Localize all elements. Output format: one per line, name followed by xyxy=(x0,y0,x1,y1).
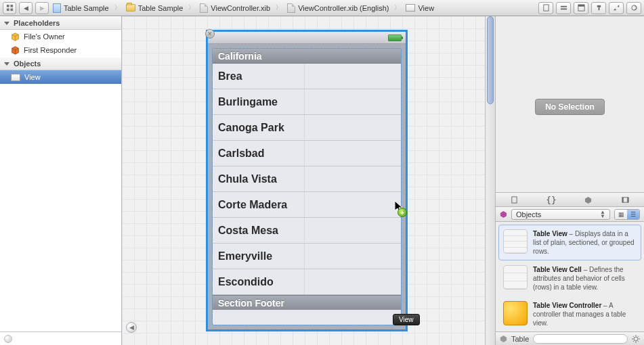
file-template-library-tab[interactable] xyxy=(506,194,522,205)
library-item-text: Table View Cell – Defines the attributes… xyxy=(533,265,637,292)
crumb-sep-icon: 〉 xyxy=(274,3,283,12)
document-outline: Placeholders File's Owner First Responde… xyxy=(0,16,122,345)
view-icon xyxy=(11,74,20,81)
table-cell-thumb-icon xyxy=(503,265,528,290)
ib-canvas[interactable]: ◀ ✕ California Brea Burlingame Canoga Pa… xyxy=(122,16,495,345)
media-library-tab[interactable] xyxy=(618,194,634,205)
list-view-option[interactable]: ☰ xyxy=(627,210,639,219)
xib-doc-icon xyxy=(200,3,208,13)
outline-objects-header[interactable]: Objects xyxy=(0,57,121,70)
table-row[interactable]: Chula Vista xyxy=(213,166,401,192)
disclosure-triangle-icon xyxy=(4,22,9,25)
svg-rect-17 xyxy=(512,196,517,202)
outline-view-item[interactable]: View xyxy=(0,70,121,84)
svg-rect-6 xyxy=(560,8,566,9)
breadcrumb: Table Sample 〉 Table Sample 〉 ViewContro… xyxy=(51,3,536,13)
table-row[interactable]: Canoga Park xyxy=(213,115,401,141)
quick-help-tab[interactable] xyxy=(556,2,571,14)
svg-line-29 xyxy=(633,336,634,337)
object-library-tab[interactable] xyxy=(580,194,597,205)
device-close-button[interactable]: ✕ xyxy=(205,29,215,39)
svg-rect-10 xyxy=(598,7,599,11)
disclosure-triangle-icon xyxy=(4,62,9,66)
table-view[interactable]: California Brea Burlingame Canoga Park C… xyxy=(212,48,402,325)
svg-line-31 xyxy=(638,336,639,337)
outline-placeholders-header[interactable]: Placeholders xyxy=(0,16,121,30)
outline-filter-button[interactable] xyxy=(4,335,12,343)
device-view-frame[interactable]: ✕ California Brea Burlingame Canoga Park… xyxy=(206,30,408,331)
library-item-text: Table View Controller – A controller tha… xyxy=(533,301,637,327)
svg-rect-1 xyxy=(10,5,13,7)
table-view-thumb-icon xyxy=(503,229,528,254)
library-scope-popup[interactable]: Objects ▲▼ xyxy=(511,209,610,220)
outline-bottom-bar xyxy=(0,331,121,345)
controller-thumb-icon xyxy=(503,301,528,325)
table-row[interactable]: Costa Mesa xyxy=(213,218,401,244)
attributes-inspector-tab[interactable] xyxy=(591,2,606,14)
table-row[interactable]: Carlsbad xyxy=(213,141,401,166)
related-items-button[interactable] xyxy=(3,2,16,14)
cube-icon xyxy=(11,32,20,41)
project-doc-icon xyxy=(53,3,61,13)
popup-arrows-icon: ▲▼ xyxy=(600,210,605,218)
library-search-label: Table xyxy=(511,335,529,343)
crumb-sep-icon: 〉 xyxy=(113,3,122,12)
table-row[interactable]: Emeryville xyxy=(213,244,401,269)
svg-rect-8 xyxy=(578,5,584,7)
svg-point-11 xyxy=(631,5,636,10)
svg-rect-3 xyxy=(10,8,13,11)
back-button[interactable]: ◀ xyxy=(19,2,33,14)
svg-rect-9 xyxy=(597,5,601,7)
code-snippet-library-tab[interactable]: {} xyxy=(543,194,559,205)
library-item-table-view-cell[interactable]: Table View Cell – Defines the attributes… xyxy=(498,260,641,296)
outline-collapse-button[interactable]: ◀ xyxy=(126,322,137,333)
crumb-sep-icon: 〉 xyxy=(393,3,402,12)
library-item-table-view[interactable]: Table View – Displays data in a list of … xyxy=(498,225,641,260)
identity-inspector-tab[interactable] xyxy=(574,2,588,14)
crumb-localization[interactable]: ViewController.xib (English) xyxy=(286,3,390,13)
file-inspector-tab[interactable] xyxy=(538,2,553,14)
library-item-table-view-controller[interactable]: Table View Controller – A controller tha… xyxy=(498,296,641,331)
library-filter-bar: Objects ▲▼ ▦ ☰ xyxy=(496,207,644,222)
no-selection-badge: No Selection xyxy=(535,99,605,115)
library-view-mode-segment[interactable]: ▦ ☰ xyxy=(614,209,640,220)
cube-icon xyxy=(500,335,507,342)
table-section-footer: Section Footer xyxy=(213,295,401,310)
status-bar xyxy=(208,32,406,44)
section-label: Objects xyxy=(14,60,41,68)
outline-files-owner[interactable]: File's Owner xyxy=(0,30,121,43)
selection-label: View xyxy=(393,314,420,325)
svg-marker-23 xyxy=(500,336,507,342)
library-tabbar: {} xyxy=(496,192,644,207)
item-label: First Responder xyxy=(24,46,77,54)
view-icon xyxy=(406,4,415,12)
canvas-scrollbar[interactable] xyxy=(485,16,495,345)
table-row[interactable]: Burlingame xyxy=(213,89,401,115)
table-row[interactable]: Escondido xyxy=(213,269,401,295)
svg-marker-22 xyxy=(500,211,507,218)
item-label: File's Owner xyxy=(24,32,65,41)
table-cells: Brea Burlingame Canoga Park Carlsbad Chu… xyxy=(213,64,401,295)
cube-icon xyxy=(11,46,20,55)
forward-button[interactable]: ▶ xyxy=(35,2,49,14)
svg-rect-4 xyxy=(543,5,548,11)
crumb-group[interactable]: Table Sample xyxy=(125,4,185,12)
connections-inspector-tab[interactable] xyxy=(626,2,641,14)
object-library-list[interactable]: Table View – Displays data in a list of … xyxy=(496,222,644,331)
table-row[interactable]: Corte Madera xyxy=(213,192,401,218)
outline-first-responder[interactable]: First Responder xyxy=(0,43,121,57)
scroll-thumb[interactable] xyxy=(487,16,494,104)
grid-view-option[interactable]: ▦ xyxy=(615,210,627,219)
crumb-project[interactable]: Table Sample xyxy=(51,3,110,13)
table-row[interactable]: Brea xyxy=(213,64,401,89)
crumb-view[interactable]: View xyxy=(404,4,435,12)
drag-add-badge-icon: + xyxy=(398,208,407,217)
cube-icon xyxy=(500,210,507,218)
library-search-bar: Table xyxy=(496,331,644,345)
svg-line-30 xyxy=(638,341,639,342)
gear-icon[interactable] xyxy=(632,335,640,343)
crumb-file[interactable]: ViewController.xib xyxy=(198,3,272,13)
library-search-field[interactable] xyxy=(533,334,628,344)
path-toolbar: ◀ ▶ Table Sample 〉 Table Sample 〉 ViewCo… xyxy=(0,0,644,16)
size-inspector-tab[interactable] xyxy=(609,2,624,14)
